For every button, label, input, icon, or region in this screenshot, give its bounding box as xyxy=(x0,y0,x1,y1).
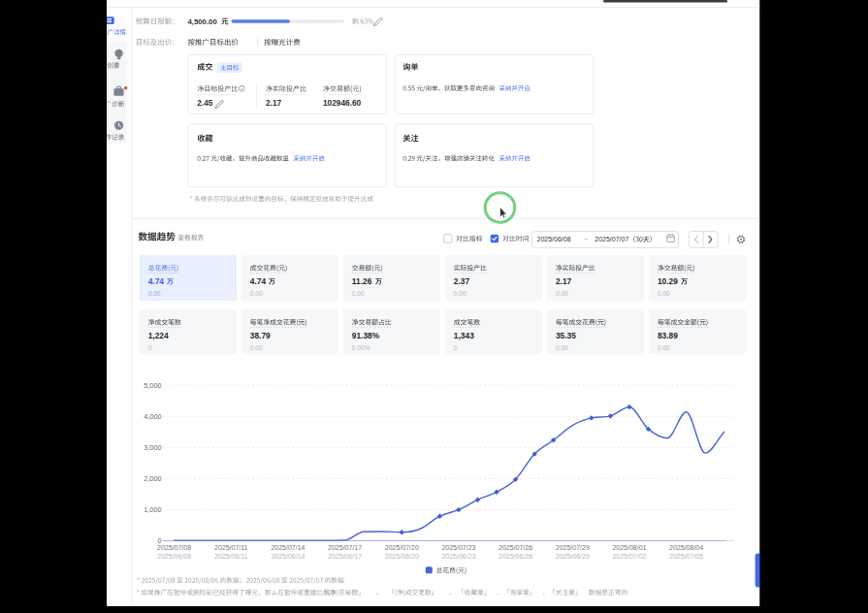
svg-text:2025/07/05: 2025/07/05 xyxy=(669,553,703,560)
svg-text:0.00: 0.00 xyxy=(556,290,568,297)
svg-text:2025/07/17: 2025/07/17 xyxy=(328,544,362,551)
svg-text:~: ~ xyxy=(584,236,588,242)
svg-text:0: 0 xyxy=(454,344,458,351)
svg-text:0.00: 0.00 xyxy=(352,290,365,297)
svg-text:2025/07/26: 2025/07/26 xyxy=(498,544,532,551)
svg-text:2025/07/20: 2025/07/20 xyxy=(385,544,419,551)
svg-text:2025/06/14: 2025/06/14 xyxy=(271,553,305,560)
svg-text:3,000: 3,000 xyxy=(144,443,161,452)
svg-text:0.00: 0.00 xyxy=(454,290,466,297)
svg-text:2025/07/07: 2025/07/07 xyxy=(595,236,628,242)
svg-text:38.79: 38.79 xyxy=(250,331,271,340)
svg-text:0.00: 0.00 xyxy=(250,344,263,351)
svg-text:0.00%: 0.00% xyxy=(352,344,370,351)
svg-text:2025/06/29: 2025/06/29 xyxy=(556,553,590,560)
svg-text:2.17: 2.17 xyxy=(266,98,282,108)
svg-text:2,000: 2,000 xyxy=(144,474,161,483)
svg-text:2025/07/02: 2025/07/02 xyxy=(612,553,646,560)
svg-text:0: 0 xyxy=(148,344,152,351)
svg-text:2.37: 2.37 xyxy=(454,276,470,286)
svg-text:35.35: 35.35 xyxy=(556,331,576,340)
svg-text:0.00: 0.00 xyxy=(148,290,161,297)
svg-text:2025/06/20: 2025/06/20 xyxy=(385,553,419,560)
svg-text:2025/07/08: 2025/07/08 xyxy=(157,544,191,551)
svg-text:11.26: 11.26 xyxy=(352,276,372,286)
svg-text:10.29: 10.29 xyxy=(658,276,678,286)
svg-text:5,000: 5,000 xyxy=(144,381,161,390)
svg-text:2025/07/29: 2025/07/29 xyxy=(556,544,590,551)
svg-text:4.74: 4.74 xyxy=(148,276,165,286)
svg-text:4,500.00: 4,500.00 xyxy=(187,17,217,26)
svg-text:1,343: 1,343 xyxy=(454,331,474,340)
svg-text:2025/06/08: 2025/06/08 xyxy=(537,236,571,242)
svg-text:2025/08/04: 2025/08/04 xyxy=(669,544,703,551)
svg-text:83.89: 83.89 xyxy=(658,331,678,340)
svg-text:0.00: 0.00 xyxy=(658,290,670,297)
svg-text:2025/06/11: 2025/06/11 xyxy=(214,553,248,560)
svg-text:1,224: 1,224 xyxy=(148,331,169,340)
svg-text:2025/07/11: 2025/07/11 xyxy=(214,544,248,551)
svg-text:2025/08/01: 2025/08/01 xyxy=(612,544,646,551)
svg-text:0.00: 0.00 xyxy=(658,344,670,351)
svg-text:0.00: 0.00 xyxy=(556,344,568,351)
svg-text:2025/07/23: 2025/07/23 xyxy=(441,544,475,551)
svg-text:0.00: 0.00 xyxy=(250,290,263,297)
svg-text:2.45: 2.45 xyxy=(197,98,213,108)
svg-text:2025/07/14: 2025/07/14 xyxy=(271,544,305,551)
svg-text:2025/06/08: 2025/06/08 xyxy=(157,553,191,560)
svg-text:4.74: 4.74 xyxy=(250,276,267,286)
svg-text:2025/06/17: 2025/06/17 xyxy=(328,553,362,560)
svg-text:91.38%: 91.38% xyxy=(352,331,380,340)
svg-text:102946.60: 102946.60 xyxy=(323,98,362,108)
svg-text:1,000: 1,000 xyxy=(144,505,161,514)
svg-text:4,000: 4,000 xyxy=(144,412,161,421)
svg-text:2025/06/26: 2025/06/26 xyxy=(498,553,532,560)
svg-text:2025/06/23: 2025/06/23 xyxy=(441,553,475,560)
svg-text:2.17: 2.17 xyxy=(556,276,572,286)
